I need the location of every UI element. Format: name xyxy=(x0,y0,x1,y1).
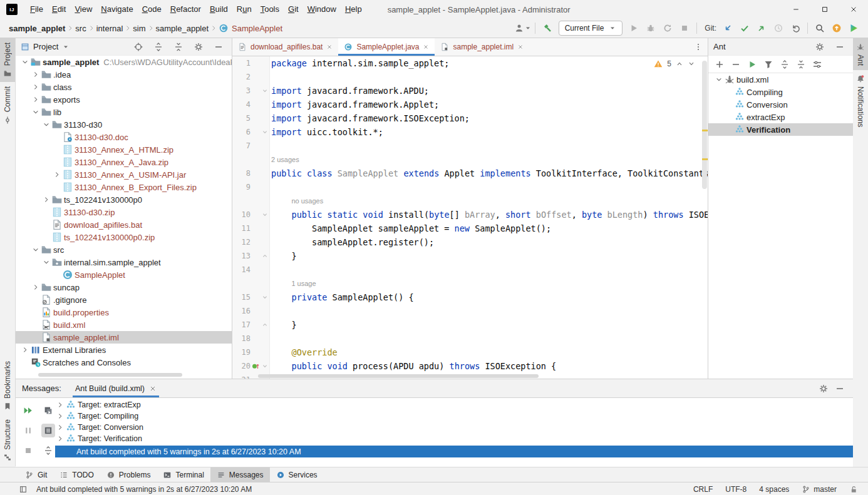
tree-expander[interactable] xyxy=(19,346,30,354)
ant-tree-row[interactable]: Conversion xyxy=(708,98,853,111)
search-everywhere-button[interactable] xyxy=(812,20,828,36)
build-target-row[interactable]: Target: extractExp xyxy=(55,399,853,411)
menu-view[interactable]: View xyxy=(70,0,96,19)
tree-row[interactable]: sample_applet.iml xyxy=(16,331,232,344)
collapse-all-button[interactable] xyxy=(170,39,187,55)
usage-hint[interactable]: no usages xyxy=(269,194,323,208)
breadcrumb-item[interactable]: internal xyxy=(95,24,125,33)
tree-row[interactable]: lib xyxy=(16,106,232,118)
inspections-widget[interactable]: 5 xyxy=(653,59,696,69)
editor-tab-SampleApplet.java[interactable]: SampleApplet.java xyxy=(338,38,435,56)
warning-stripe-mark[interactable] xyxy=(702,158,708,160)
tree-row[interactable]: 31130_Annex_A_USIM-API.jar xyxy=(16,168,232,181)
git-branch-widget[interactable]: master xyxy=(802,485,837,494)
code-line[interactable]: 4import javacard.framework.Applet; xyxy=(232,98,708,111)
menu-window[interactable]: Window xyxy=(303,0,341,19)
tree-row[interactable]: .idea xyxy=(16,68,232,81)
tree-expander[interactable] xyxy=(41,196,51,203)
code-line[interactable]: 19 @Override xyxy=(232,345,708,359)
show-output-button[interactable] xyxy=(41,404,55,417)
stop-button[interactable] xyxy=(676,20,693,36)
tree-row[interactable]: class xyxy=(16,81,232,93)
tree-row[interactable]: download_apifiles.bat xyxy=(16,218,232,231)
code-line[interactable]: 16 xyxy=(232,304,708,318)
menu-tools[interactable]: Tools xyxy=(256,0,284,19)
toolwindow-button-git[interactable]: Git xyxy=(19,467,53,482)
panel-settings-button[interactable] xyxy=(190,39,207,55)
ant-tree-row[interactable]: Verification xyxy=(708,123,853,136)
minimize-button[interactable] xyxy=(782,0,810,19)
remove-build-file-button[interactable] xyxy=(728,57,743,72)
collapse-all-button[interactable] xyxy=(793,57,809,72)
add-build-file-button[interactable] xyxy=(712,57,727,72)
tree-row[interactable]: exports xyxy=(16,93,232,106)
close-button[interactable] xyxy=(839,0,868,19)
fold-marker[interactable] xyxy=(261,87,269,94)
tree-expander[interactable] xyxy=(55,412,65,420)
ant-settings-button[interactable] xyxy=(810,57,825,72)
menu-navigate[interactable]: Navigate xyxy=(96,0,137,19)
menu-file[interactable]: File xyxy=(26,0,48,19)
editor-tab-download_apifiles.bat[interactable]: download_apifiles.bat xyxy=(232,38,338,56)
build-target-row[interactable]: Target: Verification xyxy=(55,433,853,444)
stripe-button-bookmarks[interactable]: Bookmarks xyxy=(0,357,15,415)
fold-marker[interactable] xyxy=(261,321,269,329)
tree-row[interactable]: ts_102241v130000p0 xyxy=(16,193,232,206)
panel-settings-button[interactable] xyxy=(812,39,828,55)
tree-row[interactable]: ts_102241v130000p0.zip xyxy=(16,231,232,243)
code-line[interactable]: 13 } xyxy=(232,249,708,263)
encoding-selector[interactable]: UTF-8 xyxy=(725,485,747,494)
code-line[interactable]: 7 xyxy=(232,139,708,153)
pause-output-button[interactable] xyxy=(21,424,35,437)
tree-expander[interactable] xyxy=(30,283,41,291)
build-button[interactable] xyxy=(539,20,555,36)
stripe-button-project[interactable]: Project xyxy=(0,38,15,82)
stripe-button-notifications[interactable]: Notifications xyxy=(853,70,868,131)
stripe-button-structure[interactable]: Structure xyxy=(0,415,15,466)
code-line[interactable]: 5import javacard.framework.ISOException; xyxy=(232,111,708,125)
hide-panel-button[interactable] xyxy=(832,380,848,397)
close-tab-icon[interactable] xyxy=(423,44,429,50)
run-button[interactable] xyxy=(626,20,642,36)
maximize-button[interactable] xyxy=(810,0,839,19)
expand-collapse-button[interactable] xyxy=(41,444,55,457)
code-line[interactable]: 10 public static void install(byte[] bAr… xyxy=(232,208,708,222)
breadcrumb-item[interactable]: sample_applet xyxy=(8,24,66,33)
tree-row[interactable]: 31130-d30 xyxy=(16,118,232,131)
tab-overflow-button[interactable] xyxy=(689,38,708,56)
tool-window-switcher-icon[interactable] xyxy=(19,485,28,494)
code-line[interactable]: 6import uicc.toolkit.*; xyxy=(232,125,708,139)
fold-marker[interactable] xyxy=(261,211,269,218)
breadcrumb-item[interactable]: src xyxy=(74,24,87,33)
git-commit-button[interactable] xyxy=(736,20,753,36)
toolwindow-button-terminal[interactable]: Terminal xyxy=(157,467,210,482)
ant-build-tab[interactable]: Ant Build (build.xml) xyxy=(73,379,159,397)
tree-row[interactable]: External Libraries xyxy=(16,344,232,356)
expand-all-button[interactable] xyxy=(150,39,167,55)
toolwindow-button-todo[interactable]: TODO xyxy=(53,467,100,482)
menu-run[interactable]: Run xyxy=(232,0,256,19)
breadcrumb-item[interactable]: SampleApplet xyxy=(217,23,284,33)
tree-expander[interactable] xyxy=(55,424,65,431)
tree-row[interactable]: internal.sim.sample_applet xyxy=(16,256,232,268)
code-line[interactable]: 17 } xyxy=(232,318,708,332)
usage-hint[interactable]: 2 usages xyxy=(269,153,299,166)
code-line[interactable]: 9 xyxy=(232,180,708,194)
code-line[interactable]: 12 sampleApplet.register(); xyxy=(232,235,708,249)
toolwindow-button-problems[interactable]: Problems xyxy=(100,467,157,482)
tree-expander[interactable] xyxy=(30,108,41,116)
git-history-button[interactable] xyxy=(770,20,787,36)
tree-row[interactable]: src xyxy=(16,243,232,256)
warning-stripe-mark[interactable] xyxy=(702,130,708,131)
line-ending-selector[interactable]: CRLF xyxy=(693,485,713,494)
profile-button[interactable] xyxy=(515,20,531,36)
code-line[interactable]: 3import javacard.framework.APDU; xyxy=(232,84,708,98)
tree-expander[interactable] xyxy=(713,76,724,83)
code-line[interactable]: 20 public void process(APDU apdu) throws… xyxy=(232,359,708,373)
code-line[interactable]: 18 xyxy=(232,332,708,345)
tree-expander[interactable] xyxy=(19,58,30,66)
usage-hint[interactable]: 1 usage xyxy=(269,277,316,290)
editor-vertical-scrollbar[interactable] xyxy=(702,61,707,189)
tree-expander[interactable] xyxy=(41,121,51,128)
tree-row[interactable]: 31130_Annex_A_HTML.zip xyxy=(16,143,232,156)
